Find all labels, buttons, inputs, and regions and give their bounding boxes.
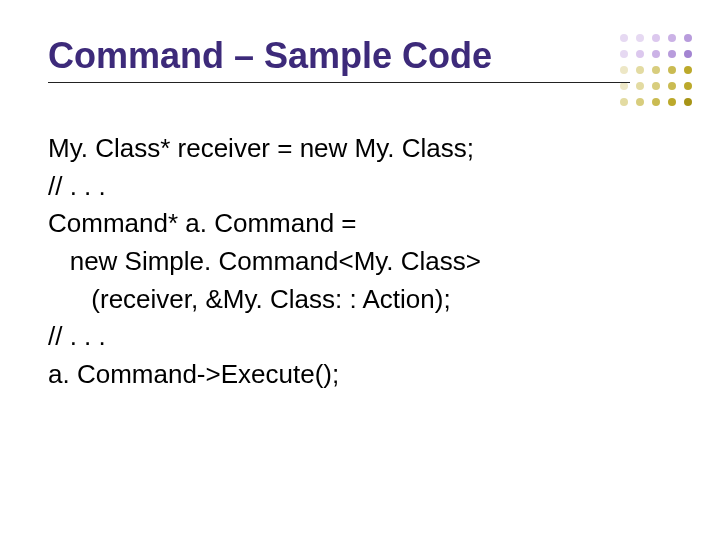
svg-point-20	[620, 98, 628, 106]
svg-point-8	[668, 50, 676, 58]
svg-point-14	[684, 66, 692, 74]
svg-point-24	[684, 98, 692, 106]
code-line: My. Class* receiver = new My. Class;	[48, 130, 630, 168]
svg-point-16	[636, 82, 644, 90]
svg-point-4	[684, 34, 692, 42]
code-line: new Simple. Command<My. Class>	[48, 243, 630, 281]
slide-title: Command – Sample Code	[48, 36, 630, 76]
svg-point-9	[684, 50, 692, 58]
title-underline	[48, 82, 630, 83]
svg-point-18	[668, 82, 676, 90]
slide: Command – Sample Code My. Class* receive…	[0, 0, 720, 540]
svg-point-21	[636, 98, 644, 106]
svg-point-17	[652, 82, 660, 90]
svg-point-1	[636, 34, 644, 42]
svg-point-23	[668, 98, 676, 106]
code-line: a. Command->Execute();	[48, 356, 630, 394]
svg-point-15	[620, 82, 628, 90]
code-line: // . . .	[48, 168, 630, 206]
svg-point-6	[636, 50, 644, 58]
code-line: (receiver, &My. Class: : Action);	[48, 281, 630, 319]
code-line: Command* a. Command =	[48, 205, 630, 243]
code-line: // . . .	[48, 318, 630, 356]
svg-point-12	[652, 66, 660, 74]
svg-point-7	[652, 50, 660, 58]
svg-point-11	[636, 66, 644, 74]
title-block: Command – Sample Code	[48, 36, 630, 83]
svg-point-3	[668, 34, 676, 42]
svg-point-13	[668, 66, 676, 74]
code-body: My. Class* receiver = new My. Class; // …	[48, 130, 630, 394]
svg-point-19	[684, 82, 692, 90]
svg-point-22	[652, 98, 660, 106]
svg-point-2	[652, 34, 660, 42]
